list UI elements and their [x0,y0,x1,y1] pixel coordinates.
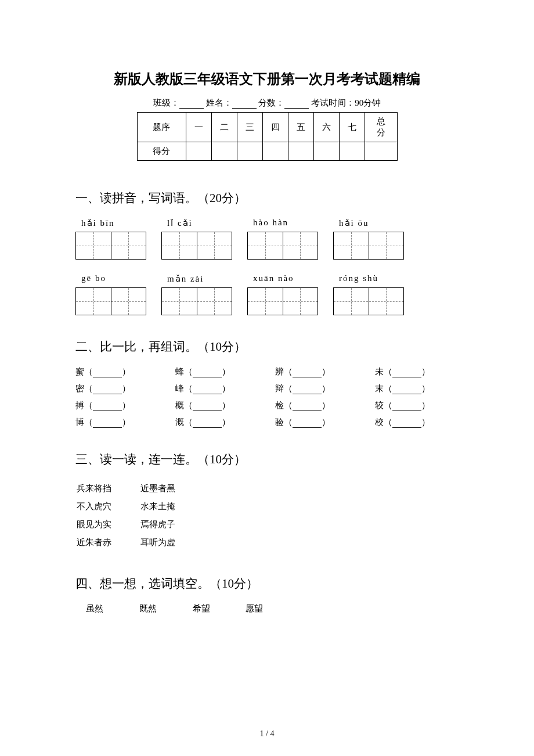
answer-blank[interactable] [293,369,322,377]
score-cell[interactable] [237,142,262,161]
compare-item: 检（） [275,400,359,411]
compare-item: 辩（） [275,383,359,394]
score-cell[interactable] [365,142,397,161]
char-box[interactable] [161,287,232,315]
pinyin-label: gē bo [75,273,146,284]
score-cell[interactable] [186,142,211,161]
answer-blank[interactable] [392,403,421,411]
score-label: 分数： [258,98,284,107]
answer-blank[interactable] [193,369,222,377]
score-cell[interactable] [211,142,237,161]
col-total: 总分 [365,113,397,142]
answer-blank[interactable] [193,403,222,411]
compare-item: 概（） [175,400,259,411]
char-box[interactable] [247,232,318,260]
word-option: 希望 [193,603,210,614]
match-left[interactable]: 近朱者赤 [77,534,139,551]
char-box[interactable] [75,232,146,260]
char-box-row-2 [75,287,459,315]
answer-blank[interactable] [193,420,222,428]
answer-blank[interactable] [93,420,122,428]
answer-blank[interactable] [293,386,322,394]
pinyin-label: hào hàn [247,218,318,228]
section4-heading: 四、想一想，选词填空。（10分） [75,575,459,592]
pinyin-row-1: hǎi bīn lǐ cǎi hào hàn hǎi ōu [75,218,459,228]
pinyin-label: xuān nào [247,273,318,284]
page-number: 1 / 4 [0,729,534,739]
answer-blank[interactable] [93,386,122,394]
col-5: 五 [288,113,313,142]
compare-grid: 蜜（） 蜂（） 辨（） 未（） 密（） 峰（） 辩（） 末（） 搏（） 概（） … [75,366,459,428]
word-option: 愿望 [246,603,263,614]
name-label: 姓名： [206,98,232,107]
score-blank[interactable] [284,99,309,109]
meta-line: 班级： 姓名： 分数： 考试时间：90分钟 [75,98,459,109]
compare-item: 末（） [375,383,459,394]
section1-heading: 一、读拼音，写词语。（20分） [75,190,459,206]
char-box[interactable] [161,232,232,260]
score-cell[interactable] [313,142,339,161]
char-box[interactable] [75,287,146,315]
compare-item: 博（） [75,417,159,428]
compare-item: 密（） [75,383,159,394]
score-cell[interactable] [288,142,313,161]
row2-label: 得分 [137,142,186,161]
pinyin-label: hǎi ōu [333,218,404,228]
section2-heading: 二、比一比，再组词。（10分） [75,339,459,355]
match-table: 兵来将挡近墨者黑 不入虎穴水来土掩 眼见为实焉得虎子 近朱者赤耳听为虚 [75,479,204,552]
compare-item: 验（） [275,417,359,428]
col-4: 四 [262,113,288,142]
score-header-row: 题序 一 二 三 四 五 六 七 总分 [137,113,397,142]
answer-blank[interactable] [293,420,322,428]
time-label: 考试时间：90分钟 [311,98,381,107]
score-cell[interactable] [262,142,288,161]
answer-blank[interactable] [193,386,222,394]
col-2: 二 [211,113,237,142]
word-option: 既然 [139,603,157,614]
pinyin-label: róng shù [333,273,404,284]
answer-blank[interactable] [392,369,421,377]
pinyin-label: mǎn zài [161,273,232,284]
score-cell[interactable] [339,142,365,161]
score-table: 题序 一 二 三 四 五 六 七 总分 得分 [137,112,398,161]
answer-blank[interactable] [392,386,421,394]
class-blank[interactable] [179,99,204,109]
match-left[interactable]: 不入虎穴 [77,498,139,515]
word-option: 虽然 [86,603,103,614]
col-3: 三 [237,113,262,142]
match-left[interactable]: 兵来将挡 [77,480,139,497]
col-1: 一 [186,113,211,142]
compare-item: 搏（） [75,400,159,411]
pinyin-label: hǎi bīn [75,218,146,228]
char-box[interactable] [333,287,404,315]
class-label: 班级： [153,98,179,107]
compare-item: 辨（） [275,366,359,377]
compare-item: 较（） [375,400,459,411]
char-box[interactable] [333,232,404,260]
answer-blank[interactable] [392,420,421,428]
col-6: 六 [313,113,339,142]
name-blank[interactable] [232,99,257,109]
pinyin-row-2: gē bo mǎn zài xuān nào róng shù [75,273,459,284]
compare-item: 蜜（） [75,366,159,377]
col-7: 七 [339,113,365,142]
compare-item: 溉（） [175,417,259,428]
word-choices: 虽然 既然 希望 愿望 [75,603,459,614]
compare-item: 峰（） [175,383,259,394]
match-right[interactable]: 近墨者黑 [140,480,203,497]
match-right[interactable]: 水来土掩 [140,498,203,515]
match-left[interactable]: 眼见为实 [77,516,139,533]
answer-blank[interactable] [293,403,322,411]
page-title: 新版人教版三年级语文下册第一次月考考试题精编 [75,70,459,88]
compare-item: 校（） [375,417,459,428]
match-right[interactable]: 耳听为虚 [140,534,203,551]
compare-item: 蜂（） [175,366,259,377]
pinyin-label: lǐ cǎi [161,218,232,228]
answer-blank[interactable] [93,369,122,377]
section3-heading: 三、读一读，连一连。（10分） [75,451,459,467]
row1-label: 题序 [137,113,186,142]
compare-item: 未（） [375,366,459,377]
char-box[interactable] [247,287,318,315]
answer-blank[interactable] [93,403,122,411]
match-right[interactable]: 焉得虎子 [140,516,203,533]
